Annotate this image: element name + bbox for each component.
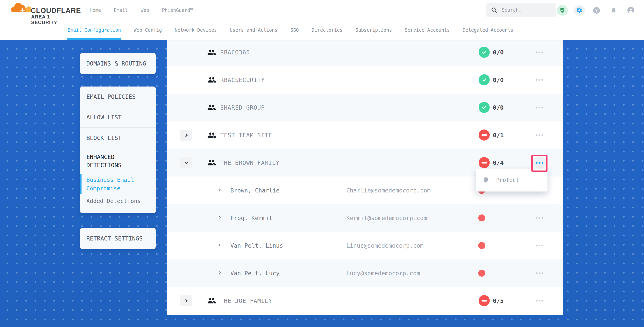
member-email: Kermit@somedemocorp.com — [346, 204, 427, 232]
secondary-navigation: Email Configuration Web Config Network D… — [0, 20, 644, 40]
sidebar-item-email-policies[interactable]: EMAIL POLICIES — [80, 86, 156, 107]
row-menu-button[interactable] — [536, 204, 543, 232]
nav-email[interactable]: Email — [114, 7, 128, 13]
gear-icon — [576, 7, 583, 13]
protection-count: 0/1 — [493, 121, 504, 149]
row-menu-button[interactable] — [536, 259, 543, 287]
minus-icon — [482, 162, 487, 163]
sidebar-section-enhanced-detections: ENHANCED DETECTIONS Business Email Compr… — [80, 148, 156, 204]
tab-directories[interactable]: Directories — [312, 20, 342, 40]
row-menu-button-active[interactable] — [533, 156, 546, 169]
tab-users-and-actions[interactable]: Users and Actions — [230, 20, 278, 40]
tab-service-accounts[interactable]: Service Accounts — [405, 20, 450, 40]
group-name: TEST TEAM SITE — [220, 121, 272, 149]
tab-sso[interactable]: SSO — [290, 20, 299, 40]
protection-count: 0/0 — [493, 40, 504, 66]
search-input[interactable] — [502, 7, 550, 13]
row-menu-button[interactable] — [536, 66, 543, 94]
tab-subscriptions[interactable]: Subscriptions — [356, 20, 392, 40]
expand-row-button[interactable] — [180, 130, 192, 141]
header-icons: ? — [557, 0, 636, 20]
sidebar-label: RETRACT SETTINGS — [86, 235, 142, 242]
table-row: SHARED_GROUP 0/0 — [167, 94, 563, 121]
protection-status-button[interactable] — [557, 5, 568, 16]
brand-division: AREA 1 SECURITY — [31, 14, 76, 25]
menu-item-protect[interactable]: Protect — [496, 177, 519, 183]
sidebar-item-business-email-compromise[interactable]: Business Email Compromise — [86, 176, 150, 193]
chevron-right-icon — [184, 133, 188, 137]
bell-icon — [610, 7, 617, 14]
nav-home[interactable]: Home — [90, 7, 101, 13]
status-protected-badge — [478, 47, 490, 58]
shield-icon — [482, 177, 489, 183]
row-menu-button[interactable] — [536, 40, 543, 66]
top-navigation: Home Email Web PhishGuard™ — [90, 0, 193, 20]
sidebar-item-added-detections[interactable]: Added Detections — [86, 198, 150, 204]
chevron-right-icon[interactable] — [218, 216, 221, 219]
row-menu-button[interactable] — [536, 232, 543, 259]
status-unprotected-badge — [478, 157, 490, 168]
minus-icon — [482, 300, 487, 302]
table-row: Van Pelt, Lucy Lucy@somedemocorp.com — [167, 259, 563, 287]
search-icon — [491, 7, 498, 13]
protection-count: 0/0 — [493, 94, 504, 121]
account-button[interactable] — [625, 5, 636, 16]
table-row: RBACO365 0/0 — [167, 40, 563, 66]
help-button[interactable]: ? — [591, 5, 602, 16]
expand-row-button[interactable] — [180, 295, 192, 306]
table-row: Frog, Kermit Kermit@somedemocorp.com — [167, 204, 563, 232]
member-email: Charlie@somedemocorp.com — [346, 177, 430, 204]
protection-count: 0/5 — [493, 287, 504, 315]
group-icon — [207, 296, 216, 306]
unprotected-dot — [478, 214, 485, 221]
chevron-right-icon — [184, 299, 188, 303]
enhanced-detections-title[interactable]: ENHANCED DETECTIONS — [86, 153, 150, 169]
notifications-button[interactable] — [608, 5, 619, 16]
row-menu-button[interactable] — [536, 94, 543, 121]
tab-network-devices[interactable]: Network Devices — [175, 20, 217, 40]
chevron-right-icon[interactable] — [218, 188, 221, 191]
table-row: RBACSECURITY 0/0 — [167, 66, 563, 94]
sidebar-item-retract-settings[interactable]: RETRACT SETTINGS — [80, 228, 156, 249]
sidebar-label: BLOCK LIST — [86, 135, 122, 141]
collapse-row-button[interactable] — [180, 157, 192, 168]
cloudflare-logo[interactable]: CLOUDFLARE AREA 1 SECURITY — [10, 1, 76, 20]
sidebar-label: DOMAINS & ROUTING — [86, 60, 146, 67]
sidebar-item-allow-list[interactable]: ALLOW LIST — [80, 107, 156, 128]
member-name: Van Pelt, Lucy — [230, 259, 280, 287]
group-icon — [207, 131, 216, 140]
sidebar-label: EMAIL POLICIES — [86, 93, 136, 100]
group-name: RBACO365 — [220, 40, 250, 66]
sidebar-policies-card: EMAIL POLICIES ALLOW LIST BLOCK LIST ENH… — [80, 86, 156, 213]
sidebar-item-block-list[interactable]: BLOCK LIST — [80, 128, 156, 148]
chevron-right-icon[interactable] — [218, 244, 221, 246]
nav-web[interactable]: Web — [141, 7, 149, 13]
row-menu-button[interactable] — [536, 287, 543, 315]
unprotected-dot — [478, 242, 485, 249]
sidebar-label: ALLOW LIST — [86, 114, 122, 121]
status-unprotected-badge — [478, 129, 490, 141]
nav-phishguard[interactable]: PhishGuard™ — [162, 7, 193, 13]
group-name: THE JOE FAMILY — [220, 287, 272, 315]
sidebar-item-domains-routing[interactable]: DOMAINS & ROUTING — [80, 53, 156, 74]
app-header: CLOUDFLARE AREA 1 SECURITY Home Email We… — [0, 0, 644, 20]
table-row: TEST TEAM SITE 0/1 — [167, 121, 563, 149]
minus-icon — [482, 134, 487, 136]
tab-delegated-accounts[interactable]: Delegated Accounts — [463, 20, 513, 40]
member-name: Van Pelt, Linus — [230, 232, 283, 259]
group-icon — [207, 103, 216, 113]
status-unprotected-badge — [478, 295, 490, 306]
tab-web-config[interactable]: Web Config — [134, 20, 162, 40]
member-email: Lucy@somedemocorp.com — [346, 259, 420, 287]
chevron-down-icon — [184, 160, 188, 164]
member-email: Linus@somedemocorp.com — [346, 232, 424, 259]
settings-button[interactable] — [574, 5, 585, 16]
brand-name: CLOUDFLARE — [31, 6, 81, 15]
row-menu-button[interactable] — [536, 121, 543, 149]
row-context-menu: Protect — [476, 169, 548, 192]
chevron-right-icon[interactable] — [218, 271, 221, 274]
status-protected-badge — [478, 102, 490, 113]
search-box[interactable] — [486, 3, 556, 17]
group-icon — [207, 75, 216, 85]
user-avatar-icon — [627, 6, 634, 14]
